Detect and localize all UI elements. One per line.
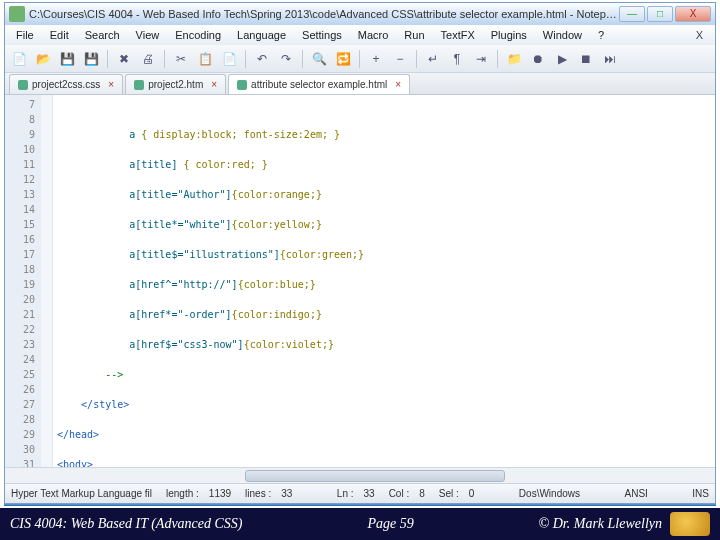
status-col: 8 xyxy=(419,488,425,499)
titlebar: C:\Courses\CIS 4004 - Web Based Info Tec… xyxy=(5,3,715,25)
toolbar: 📄 📂 💾 💾 ✖ 🖨 ✂ 📋 📄 ↶ ↷ 🔍 🔁 + − ↵ ¶ ⇥ xyxy=(5,45,715,73)
menu-textfx[interactable]: TextFX xyxy=(434,27,482,43)
undo-icon[interactable]: ↶ xyxy=(252,49,272,69)
tab-attribute-selector[interactable]: attribute selector example.html× xyxy=(228,74,410,94)
save-icon[interactable]: 💾 xyxy=(57,49,77,69)
save-all-icon[interactable]: 💾 xyxy=(81,49,101,69)
menu-run[interactable]: Run xyxy=(397,27,431,43)
statusbar: Hyper Text Markup Language fil length :1… xyxy=(5,483,715,503)
copy-icon[interactable]: 📋 xyxy=(195,49,215,69)
macro-play-icon[interactable]: ▶ xyxy=(552,49,572,69)
wordwrap-icon[interactable]: ↵ xyxy=(423,49,443,69)
close-file-icon[interactable]: ✖ xyxy=(114,49,134,69)
status-ln: 33 xyxy=(364,488,375,499)
footer-logo-icon xyxy=(670,512,710,536)
replace-icon[interactable]: 🔁 xyxy=(333,49,353,69)
new-file-icon[interactable]: 📄 xyxy=(9,49,29,69)
toolbar-separator xyxy=(245,50,246,68)
footer-page: Page 59 xyxy=(243,517,539,531)
close-button[interactable]: X xyxy=(675,6,711,22)
menu-help[interactable]: ? xyxy=(591,27,611,43)
scrollbar-thumb[interactable] xyxy=(245,470,505,482)
macro-multi-icon[interactable]: ⏭ xyxy=(600,49,620,69)
zoom-in-icon[interactable]: + xyxy=(366,49,386,69)
fold-margin xyxy=(41,95,53,467)
toolbar-separator xyxy=(416,50,417,68)
footer-author: © Dr. Mark Llewellyn xyxy=(539,517,662,531)
menu-window[interactable]: Window xyxy=(536,27,589,43)
showchars-icon[interactable]: ¶ xyxy=(447,49,467,69)
find-icon[interactable]: 🔍 xyxy=(309,49,329,69)
indent-icon[interactable]: ⇥ xyxy=(471,49,491,69)
toolbar-separator xyxy=(302,50,303,68)
redo-icon[interactable]: ↷ xyxy=(276,49,296,69)
slide-separator xyxy=(4,504,716,506)
open-file-icon[interactable]: 📂 xyxy=(33,49,53,69)
horizontal-scrollbar[interactable] xyxy=(5,467,715,483)
toolbar-separator xyxy=(164,50,165,68)
folder-icon[interactable]: 📁 xyxy=(504,49,524,69)
print-icon[interactable]: 🖨 xyxy=(138,49,158,69)
status-mode: INS xyxy=(692,488,709,499)
tabbar: project2css.css× project2.htm× attribute… xyxy=(5,73,715,95)
menu-language[interactable]: Language xyxy=(230,27,293,43)
toolbar-separator xyxy=(497,50,498,68)
status-sel: 0 xyxy=(469,488,475,499)
tab-project2css[interactable]: project2css.css× xyxy=(9,74,123,94)
status-length: 1139 xyxy=(209,488,231,499)
menu-file[interactable]: File xyxy=(9,27,41,43)
menu-plugins[interactable]: Plugins xyxy=(484,27,534,43)
slide-footer: CIS 4004: Web Based IT (Advanced CSS) Pa… xyxy=(0,508,720,540)
menubar: File Edit Search View Encoding Language … xyxy=(5,25,715,45)
macro-rec-icon[interactable]: ⏺ xyxy=(528,49,548,69)
close-icon[interactable]: × xyxy=(108,79,114,90)
toolbar-separator xyxy=(107,50,108,68)
paste-icon[interactable]: 📄 xyxy=(219,49,239,69)
menu-encoding[interactable]: Encoding xyxy=(168,27,228,43)
tab-project2htm[interactable]: project2.htm× xyxy=(125,74,226,94)
line-gutter: 7891011121314151617181920212223242526272… xyxy=(5,95,41,467)
menu-view[interactable]: View xyxy=(129,27,167,43)
menu-macro[interactable]: Macro xyxy=(351,27,396,43)
footer-course: CIS 4004: Web Based IT (Advanced CSS) xyxy=(10,517,243,531)
menu-search[interactable]: Search xyxy=(78,27,127,43)
editor-area[interactable]: 7891011121314151617181920212223242526272… xyxy=(5,95,715,467)
close-icon[interactable]: × xyxy=(395,79,401,90)
app-icon xyxy=(9,6,25,22)
maximize-button[interactable]: □ xyxy=(647,6,673,22)
cut-icon[interactable]: ✂ xyxy=(171,49,191,69)
file-icon xyxy=(134,80,144,90)
status-language: Hyper Text Markup Language fil xyxy=(11,488,152,499)
toolbar-separator xyxy=(359,50,360,68)
status-lines: 33 xyxy=(281,488,292,499)
status-eol: Dos\Windows xyxy=(519,488,580,499)
window-title: C:\Courses\CIS 4004 - Web Based Info Tec… xyxy=(29,8,619,20)
menu-close-x[interactable]: X xyxy=(688,27,711,43)
editor-window: C:\Courses\CIS 4004 - Web Based Info Tec… xyxy=(4,2,716,504)
close-icon[interactable]: × xyxy=(211,79,217,90)
menu-edit[interactable]: Edit xyxy=(43,27,76,43)
file-icon xyxy=(18,80,28,90)
menu-settings[interactable]: Settings xyxy=(295,27,349,43)
zoom-out-icon[interactable]: − xyxy=(390,49,410,69)
status-encoding: ANSI xyxy=(624,488,647,499)
code-content[interactable]: a { display:block; font-size:2em; } a[ti… xyxy=(53,95,715,467)
file-icon xyxy=(237,80,247,90)
macro-stop-icon[interactable]: ⏹ xyxy=(576,49,596,69)
minimize-button[interactable]: — xyxy=(619,6,645,22)
